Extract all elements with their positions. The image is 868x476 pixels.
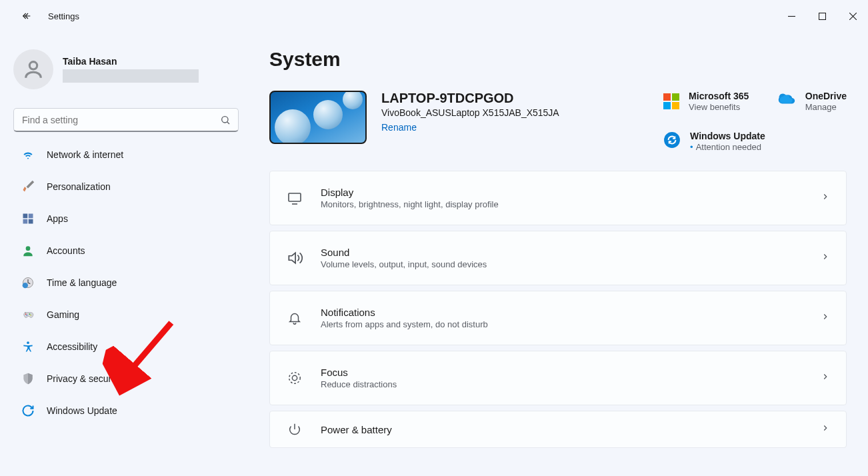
card-power[interactable]: Power & battery: [269, 411, 847, 448]
sidebar-item-label: Accounts: [47, 245, 85, 256]
svg-point-9: [23, 283, 28, 288]
svg-point-10: [25, 313, 27, 315]
microsoft-logo-icon: [663, 93, 679, 109]
svg-point-17: [292, 375, 297, 380]
profile-name: Taiba Hasan: [63, 56, 199, 67]
minimize-icon: [788, 13, 795, 20]
search-icon: [220, 115, 231, 125]
promo-sub: Attention needed: [690, 142, 765, 152]
sidebar-item-label: Time & language: [47, 277, 117, 288]
svg-point-13: [30, 315, 31, 316]
card-sound[interactable]: Sound Volume levels, output, input, soun…: [269, 231, 847, 285]
sidebar-item-network[interactable]: Network & internet: [12, 141, 240, 168]
sidebar-item-update[interactable]: Windows Update: [12, 397, 240, 424]
promo-windows-update[interactable]: Windows Update Attention needed: [663, 131, 765, 152]
sidebar-item-gaming[interactable]: Gaming: [12, 301, 240, 328]
maximize-icon: [819, 13, 826, 20]
sidebar-item-personalization[interactable]: Personalization: [12, 173, 240, 200]
sidebar-item-label: Network & internet: [47, 149, 123, 160]
accessibility-icon: [21, 340, 35, 353]
clock-globe-icon: [21, 276, 35, 289]
pc-wallpaper-thumb[interactable]: [269, 91, 367, 144]
svg-rect-6: [29, 219, 33, 224]
sidebar-item-apps[interactable]: Apps: [12, 205, 240, 232]
shield-icon: [21, 372, 35, 385]
card-title: Power & battery: [321, 424, 821, 435]
onedrive-icon: [776, 91, 796, 107]
chevron-right-icon: [821, 192, 830, 204]
person-icon: [22, 58, 45, 81]
card-title: Display: [321, 187, 821, 198]
sidebar-item-label: Gaming: [47, 309, 79, 320]
rename-link[interactable]: Rename: [381, 122, 417, 133]
sidebar-item-label: Windows Update: [47, 405, 117, 416]
arrow-left-icon: [21, 11, 32, 21]
sidebar-item-accounts[interactable]: Accounts: [12, 237, 240, 264]
sidebar-item-label: Apps: [47, 213, 68, 224]
power-icon: [286, 422, 303, 437]
card-focus[interactable]: Focus Reduce distractions: [269, 351, 847, 405]
pc-name: LAPTOP-9TDCPGOD: [381, 91, 559, 106]
nav-list: Network & internet Personalization Apps …: [12, 141, 243, 461]
chevron-right-icon: [821, 312, 830, 324]
sidebar-item-label: Accessibility: [47, 341, 97, 352]
update-icon: [21, 404, 35, 417]
search-box: [13, 108, 239, 132]
window-controls: [776, 5, 868, 27]
chevron-right-icon: [821, 252, 830, 264]
card-title: Focus: [321, 367, 821, 378]
focus-icon: [286, 371, 303, 385]
sync-icon: [663, 131, 681, 151]
svg-rect-4: [29, 214, 33, 219]
card-sub: Alerts from apps and system, do not dist…: [321, 319, 821, 329]
search-input[interactable]: [13, 108, 239, 132]
svg-point-7: [26, 246, 31, 251]
card-display[interactable]: Display Monitors, brightness, night ligh…: [269, 171, 847, 225]
paintbrush-icon: [21, 180, 35, 193]
pc-model: VivoBook_ASUSLaptop X515JAB_X515JA: [381, 107, 559, 118]
chevron-right-icon: [821, 423, 830, 435]
profile-email-redacted: [63, 69, 199, 83]
svg-rect-3: [23, 214, 28, 219]
promo-title: OneDrive: [805, 91, 847, 101]
maximize-button[interactable]: [807, 5, 837, 27]
sidebar-item-privacy[interactable]: Privacy & security: [12, 365, 240, 392]
svg-rect-0: [819, 13, 825, 19]
card-sub: Reduce distractions: [321, 379, 821, 389]
sidebar-item-label: Privacy & security: [47, 373, 121, 384]
page-title: System: [269, 48, 847, 71]
svg-point-12: [29, 313, 31, 315]
titlebar: Settings: [0, 0, 868, 32]
svg-point-15: [664, 132, 680, 148]
bell-icon: [286, 311, 303, 325]
sidebar-item-accessibility[interactable]: Accessibility: [12, 333, 240, 360]
main-content: System LAPTOP-9TDCPGOD VivoBook_ASUSLapt…: [247, 32, 868, 476]
promo-microsoft-365[interactable]: Microsoft 365 View benefits: [663, 91, 765, 112]
card-sub: Monitors, brightness, night light, displ…: [321, 199, 821, 209]
settings-cards: Display Monitors, brightness, night ligh…: [269, 171, 847, 448]
wifi-icon: [21, 148, 35, 161]
card-notifications[interactable]: Notifications Alerts from apps and syste…: [269, 291, 847, 345]
svg-point-2: [222, 117, 228, 123]
chevron-right-icon: [821, 372, 830, 384]
promo-sub: Manage: [805, 102, 847, 112]
profile-block[interactable]: Taiba Hasan: [12, 32, 243, 101]
promo-onedrive[interactable]: OneDrive Manage: [776, 91, 847, 152]
pc-info-row: LAPTOP-9TDCPGOD VivoBook_ASUSLaptop X515…: [269, 91, 847, 152]
promo-sub: View benefits: [689, 102, 749, 112]
account-icon: [21, 244, 35, 257]
svg-point-18: [289, 373, 301, 384]
card-title: Notifications: [321, 307, 821, 318]
display-icon: [286, 190, 303, 206]
back-button[interactable]: [13, 3, 40, 29]
sidebar-item-label: Personalization: [47, 181, 111, 192]
app-title: Settings: [48, 11, 79, 21]
minimize-button[interactable]: [776, 5, 807, 27]
promo-title: Windows Update: [690, 131, 765, 141]
close-button[interactable]: [837, 5, 868, 27]
sidebar: Taiba Hasan Network & internet Person: [0, 32, 247, 476]
gamepad-icon: [21, 308, 35, 321]
sidebar-item-time[interactable]: Time & language: [12, 269, 240, 296]
close-icon: [849, 13, 857, 20]
card-title: Sound: [321, 247, 821, 258]
